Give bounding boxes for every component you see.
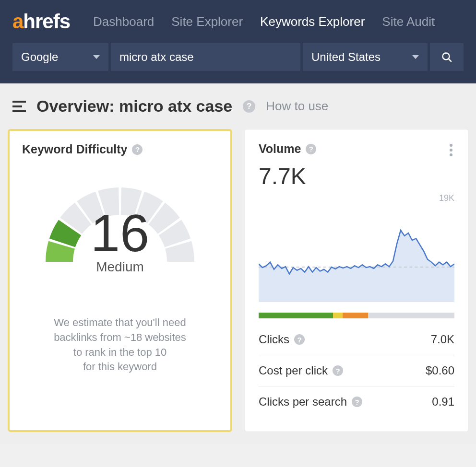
- metric-value: 0.91: [432, 395, 454, 409]
- top-navigation: ahrefs Dashboard Site Explorer Keywords …: [0, 0, 476, 83]
- page-header: Overview: micro atx case ? How to use: [0, 83, 476, 129]
- help-icon[interactable]: ?: [333, 365, 343, 376]
- logo-rest: hrefs: [23, 10, 70, 33]
- country-select[interactable]: United States: [303, 43, 428, 71]
- cards-area: Keyword Difficulty ? 16 Medium We estima…: [0, 129, 476, 444]
- metric-row-cpc: Cost per click? $0.60: [259, 355, 454, 386]
- metric-row-cps: Clicks per search? 0.91: [259, 386, 454, 417]
- metric-row-clicks: Clicks? 7.0K: [259, 325, 454, 355]
- nav-site-audit[interactable]: Site Audit: [382, 14, 435, 29]
- help-icon[interactable]: ?: [352, 397, 362, 407]
- help-icon[interactable]: ?: [243, 100, 255, 113]
- nav-keywords-explorer[interactable]: Keywords Explorer: [260, 14, 365, 29]
- svg-line-1: [449, 59, 452, 62]
- how-to-use-link[interactable]: How to use: [266, 99, 328, 114]
- click-distribution-bar: [259, 313, 454, 318]
- more-options-button[interactable]: [448, 142, 454, 158]
- kd-score: 16: [91, 207, 149, 259]
- volume-axis-max: 19K: [259, 193, 454, 203]
- help-icon[interactable]: ?: [132, 144, 143, 155]
- volume-card-title: Volume ?: [259, 142, 316, 156]
- kd-label: Medium: [91, 259, 149, 275]
- keyword-difficulty-card: Keyword Difficulty ? 16 Medium We estima…: [8, 129, 232, 432]
- chevron-down-icon: [93, 55, 100, 59]
- search-icon: [441, 51, 452, 63]
- menu-toggle-button[interactable]: [12, 101, 26, 112]
- volume-metrics: Clicks? 7.0K Cost per click? $0.60 Click…: [259, 325, 454, 417]
- search-button[interactable]: [430, 43, 464, 71]
- metric-label: Cost per click: [259, 364, 328, 377]
- kd-card-title: Keyword Difficulty ?: [22, 142, 218, 156]
- volume-trend-chart: [259, 211, 454, 302]
- page-title: Overview: micro atx case: [36, 97, 232, 116]
- metric-value: $0.60: [426, 364, 454, 377]
- nav-links: Dashboard Site Explorer Keywords Explore…: [93, 14, 435, 29]
- nav-site-explorer[interactable]: Site Explorer: [171, 14, 243, 29]
- volume-value: 7.7K: [259, 163, 454, 189]
- engine-select-value: Google: [21, 50, 58, 64]
- keyword-input[interactable]: [111, 43, 300, 71]
- logo-a: a: [12, 10, 23, 33]
- help-icon[interactable]: ?: [294, 334, 305, 345]
- help-icon[interactable]: ?: [306, 144, 316, 154]
- metric-label: Clicks per search: [259, 395, 347, 409]
- nav-dashboard[interactable]: Dashboard: [93, 14, 154, 29]
- logo[interactable]: ahrefs: [12, 10, 70, 33]
- chevron-down-icon: [412, 55, 419, 59]
- engine-select[interactable]: Google: [12, 43, 108, 71]
- search-bar: Google United States: [12, 43, 464, 83]
- country-select-value: United States: [311, 50, 381, 64]
- volume-card: Volume ? 7.7K 19K Clicks? 7.0K Cost per …: [245, 129, 468, 432]
- metric-label: Clicks: [259, 333, 289, 346]
- kd-explanation: We estimate that you'll need backlinks f…: [22, 315, 218, 374]
- metric-value: 7.0K: [431, 333, 454, 346]
